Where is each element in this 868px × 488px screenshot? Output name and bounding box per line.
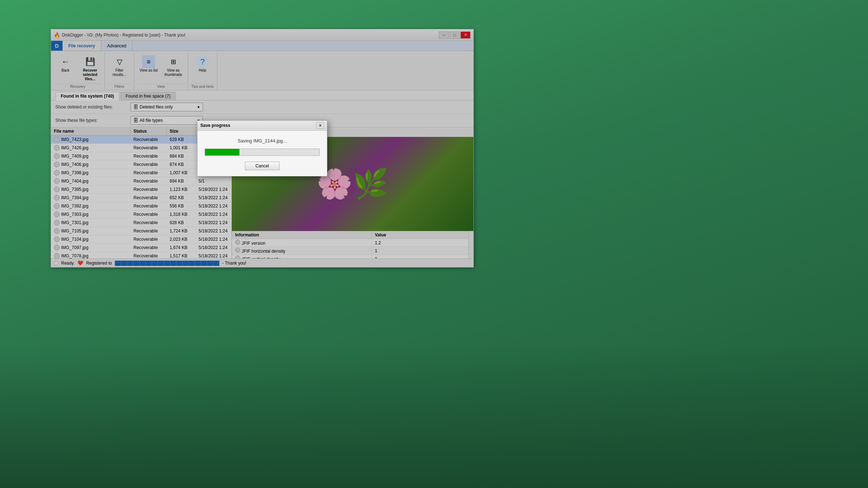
modal-overlay: Save progress ✕ Saving IMG_2144.jpg... C…: [51, 29, 473, 267]
modal-close-button[interactable]: ✕: [316, 122, 324, 129]
main-window: 🔥 DiskDigger - \\G: (My Photos) - Regist…: [51, 29, 474, 267]
save-progress-dialog: Save progress ✕ Saving IMG_2144.jpg... C…: [197, 120, 327, 176]
modal-footer: Cancel: [197, 162, 327, 176]
modal-title-bar: Save progress ✕: [197, 121, 327, 131]
progress-bar-fill: [205, 149, 239, 155]
cancel-button[interactable]: Cancel: [245, 162, 279, 170]
modal-body: Saving IMG_2144.jpg...: [197, 131, 327, 162]
progress-bar-container: [205, 149, 320, 156]
modal-title: Save progress: [200, 123, 316, 128]
saving-text: Saving IMG_2144.jpg...: [205, 138, 320, 144]
